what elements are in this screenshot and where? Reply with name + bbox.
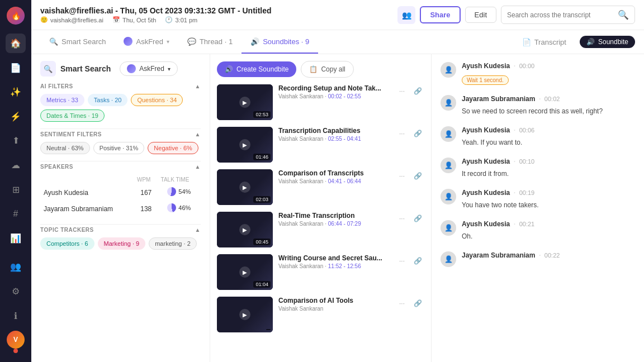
sidebar-item-home[interactable]: 🏠: [6, 34, 26, 54]
tab-bar: 🔍 Smart Search AskFred ▾ 💬 Thread · 1 🔊 …: [31, 30, 644, 54]
speakers-collapse-icon[interactable]: ▲: [195, 164, 201, 170]
play-button-4[interactable]: ▶: [239, 266, 250, 278]
sentiment-filter-tags: Neutral · 63% Positive · 31% Negative · …: [40, 142, 201, 154]
transcript-search-box: 🔍: [501, 6, 635, 24]
soundbite-meta-2: Vaishak Sankaran · 04:41 - 06:44: [278, 178, 390, 184]
askfred-dropdown-button[interactable]: AskFred ▾: [120, 61, 178, 76]
play-button-5[interactable]: ▶: [239, 309, 250, 320]
copy-all-label: Copy all: [321, 65, 345, 73]
soundbite-timerange-4[interactable]: 11:52 - 12:56: [328, 263, 361, 269]
filter-tag-metrics[interactable]: Metrics · 33: [40, 94, 84, 106]
filter-tag-dates[interactable]: Dates & Times · 19: [40, 109, 105, 122]
transcript-time-0: 00:00: [519, 63, 535, 69]
sidebar-item-transcripts[interactable]: 📄: [6, 58, 26, 78]
soundbite-more-2[interactable]: ···: [395, 169, 409, 183]
soundbite-thumbnail-1[interactable]: ▶ 01:46: [217, 127, 273, 163]
sidebar-item-info[interactable]: ℹ: [6, 306, 26, 326]
soundbite-header-button[interactable]: 🔊 Soundbite: [580, 36, 635, 48]
soundbite-link-4[interactable]: 🔗: [411, 254, 424, 268]
transcript-content-3: Ayush Kudesia · 00:10 It record it from.: [462, 156, 635, 179]
play-button-1[interactable]: ▶: [239, 139, 250, 150]
sidebar-item-upload[interactable]: ⬆: [6, 131, 26, 151]
ai-filters-collapse-icon[interactable]: ▲: [195, 83, 201, 89]
soundbite-info-1: Transcription Capabilities Vaishak Sanka…: [278, 127, 390, 142]
sidebar-item-ai[interactable]: ✨: [6, 82, 26, 102]
filter-tag-neutral[interactable]: Neutral · 63%: [40, 142, 90, 154]
topics-section: TOPIC TRACKERS ▲ Competitors · 6 Marketi…: [40, 227, 201, 250]
tab-smart-search[interactable]: 🔍 Smart Search: [40, 31, 115, 54]
soundbite-more-3[interactable]: ···: [395, 212, 409, 225]
filter-tag-competitors[interactable]: Competitors · 6: [40, 237, 94, 250]
search-icon: 🔍: [618, 9, 629, 20]
play-button-0[interactable]: ▶: [239, 97, 250, 108]
sidebar-item-lightning[interactable]: ⚡: [6, 106, 26, 126]
sidebar-item-cloud[interactable]: ☁: [6, 155, 26, 175]
play-button-2[interactable]: ▶: [239, 182, 250, 193]
sidebar-item-grid[interactable]: ⊞: [6, 179, 26, 199]
soundbite-timerange-0[interactable]: 00:02 - 02:55: [328, 93, 361, 99]
meta-date: 📅 Thu, Oct 5th: [112, 16, 157, 23]
copy-all-button[interactable]: 📋 Copy all: [301, 61, 353, 78]
topics-collapse-icon[interactable]: ▲: [195, 227, 201, 233]
soundbite-more-0[interactable]: ···: [395, 84, 409, 98]
soundbite-timerange-2[interactable]: 04:41 - 06:44: [328, 178, 361, 184]
soundbite-thumbnail-2[interactable]: ▶ 02:03: [217, 169, 273, 205]
soundbite-link-3[interactable]: 🔗: [411, 212, 424, 225]
transcript-search-input[interactable]: [507, 11, 614, 19]
sentiment-filters-collapse-icon[interactable]: ▲: [195, 131, 201, 137]
soundbite-thumbnail-3[interactable]: ▶ 00:45: [217, 212, 273, 247]
tab-thread[interactable]: 💬 Thread · 1: [178, 31, 242, 54]
filter-tag-marketing[interactable]: Marketing · 9: [98, 237, 146, 250]
wpm-column-header: WPM: [135, 175, 158, 184]
soundbite-timerange-1[interactable]: 02:55 - 04:41: [328, 136, 361, 142]
play-button-3[interactable]: ▶: [239, 224, 250, 235]
filter-tag-questions[interactable]: Questions · 34: [131, 94, 183, 106]
soundbite-link-0[interactable]: 🔗: [411, 84, 424, 98]
tab-soundbites[interactable]: 🔊 Soundbites · 9: [242, 31, 318, 54]
calendar-icon: 📅: [112, 16, 120, 23]
speakers-section: SPEAKERS ▲ WPM TALK TIME Ayush Kudesia 1…: [40, 164, 201, 217]
soundbites-tab-icon: 🔊: [250, 37, 259, 46]
avatar[interactable]: V: [7, 331, 25, 349]
soundbite-thumbnail-0[interactable]: ▶ 02:53: [217, 84, 273, 120]
transcript-badge-0: Wait 1 second.: [462, 75, 509, 85]
tab-transcript[interactable]: 📄 Transcript: [513, 31, 575, 53]
speaker-name-ayush: Ayush Kudesia: [41, 185, 134, 200]
share-button[interactable]: Share: [420, 6, 460, 23]
tab-askfred[interactable]: AskFred ▾: [115, 30, 178, 54]
filter-tag-positive[interactable]: Positive · 31%: [93, 142, 145, 154]
soundbite-more-1[interactable]: ···: [395, 127, 409, 140]
sidebar-item-people[interactable]: 👥: [6, 257, 26, 277]
askfred-btn-label: AskFred: [139, 65, 164, 73]
soundbite-thumbnail-5[interactable]: ▶: [217, 297, 273, 332]
soundbite-link-5[interactable]: 🔗: [411, 297, 424, 310]
transcript-text-5: Oh.: [462, 231, 635, 241]
speaker-wpm-ayush: 167: [135, 185, 158, 200]
soundbite-thumbnail-4[interactable]: ▶ 01:04: [217, 254, 273, 290]
soundbite-more-4[interactable]: ···: [395, 254, 409, 268]
filter-tag-marketing2[interactable]: marketing · 2: [149, 237, 197, 250]
create-soundbite-button[interactable]: 🔊 Create Soundbite: [217, 61, 296, 77]
soundbite-more-5[interactable]: ···: [395, 297, 409, 310]
soundbite-link-1[interactable]: 🔗: [411, 127, 424, 140]
soundbite-item-5: ▶ Comparison of AI Tools Vaishak Sankara…: [217, 297, 424, 332]
sidebar-item-hashtag[interactable]: #: [6, 204, 26, 224]
sidebar-item-settings[interactable]: ⚙: [6, 282, 26, 302]
filter-tag-negative[interactable]: Negative · 6%: [148, 142, 198, 154]
edit-button[interactable]: Edit: [465, 7, 496, 23]
page-title: vaishak@fireflies.ai - Thu, 05 Oct 2023 …: [40, 6, 272, 15]
transcript-avatar-0: 👤: [441, 62, 456, 78]
soundbite-title-0: Recording Setup and Note Tak...: [278, 84, 390, 92]
soundbite-timerange-3[interactable]: 06:44 - 07:29: [328, 221, 361, 227]
sidebar-item-analytics[interactable]: 📊: [6, 228, 26, 248]
soundbite-link-2[interactable]: 🔗: [411, 169, 424, 183]
people-button[interactable]: 👥: [397, 6, 415, 24]
soundbite-info-2: Comparison of Transcripts Vaishak Sankar…: [278, 169, 390, 184]
sentiment-filters-section: SENTIMENT FILTERS ▲ Neutral · 63% Positi…: [40, 131, 201, 154]
transcript-speaker-5: Ayush Kudesia: [462, 220, 510, 228]
ai-filters-section: AI FILTERS ▲ Metrics · 33 Tasks · 20 Que…: [40, 83, 201, 122]
soundbite-header-label: Soundbite: [598, 38, 628, 46]
speaker-talktime-ayush: 54%: [159, 185, 200, 200]
speaker-wpm-jayaram: 138: [135, 201, 158, 216]
filter-tag-tasks[interactable]: Tasks · 20: [88, 94, 128, 106]
